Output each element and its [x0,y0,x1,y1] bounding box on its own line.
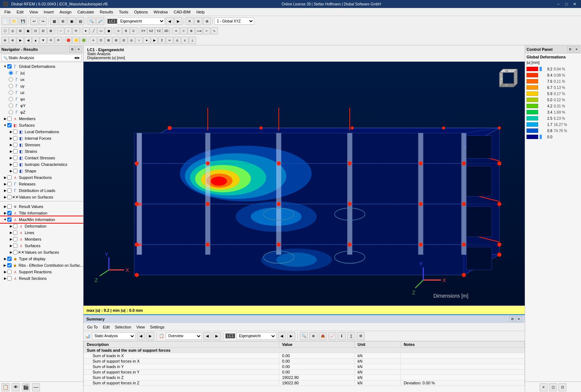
cp-footer-btn2[interactable]: ◫ [549,383,557,391]
tree-item-members[interactable]: ▶ ∧ Members [0,115,83,122]
tb3-8[interactable]: ⟳ [55,37,62,44]
toggle-surfaces-bottom[interactable]: ▶ [9,244,13,248]
tree-item-members-bottom[interactable]: ▶ ∧ Members [0,236,83,242]
toggle-values-surfaces[interactable]: ▶ [3,195,7,199]
lc-prev[interactable]: ◀ [166,17,174,25]
tb-undo[interactable]: ↩ [30,17,38,25]
tb2-m6[interactable]: ∿ [211,27,218,34]
tree-item-ribs[interactable]: ▶ ◆ Ribs - Effective Contribution on Sur… [0,262,83,269]
cp-settings-btn[interactable]: ⚙ [567,46,573,52]
tb2-9[interactable]: ↕ [65,27,72,34]
menu-window[interactable]: Window [151,8,171,16]
navigator-settings-btn[interactable]: ⚙ [69,46,75,52]
nav-footer-btn2[interactable]: 👁 [12,383,20,391]
summary-analysis-dropdown[interactable]: Static Analysis [92,332,135,340]
cb-title-info[interactable] [7,211,12,215]
search-nav-next[interactable]: ▶ [77,56,80,60]
tb-view4[interactable]: ▤ [76,17,84,25]
toggle-deformation[interactable]: ▶ [9,224,13,228]
summary-edit[interactable]: Edit [101,324,112,330]
tb3-18[interactable]: ○ [135,37,143,44]
tree-item-releases[interactable]: ▶ Γ Releases [0,181,83,187]
tb3-20[interactable]: ▶ [151,37,158,44]
tb2-m4[interactable]: ⟶ [195,27,203,34]
viewport-canvas[interactable]: X Y Z X Y Z [84,62,525,306]
menu-cadbim[interactable]: CAD-BIM [171,8,193,16]
cb-global-deformations[interactable] [7,64,12,69]
tb3-12[interactable]: ≡ [90,37,97,44]
tb2-3[interactable]: ⊞ [17,27,24,34]
tb3-13[interactable]: ⊡ [97,37,105,44]
tb3-14[interactable]: ⊠ [105,37,112,44]
summary-settings[interactable]: Settings [148,324,167,330]
tree-item-ux[interactable]: Γ ux [0,76,83,83]
toggle-surfaces[interactable]: ▼ [3,123,7,127]
menu-options[interactable]: Options [131,8,151,16]
cb-surfaces[interactable] [7,123,12,127]
tree-item-uy[interactable]: Γ uy [0,83,83,89]
menu-help[interactable]: Help [194,8,208,16]
cb-contact-stresses[interactable] [13,156,17,160]
tree-item-strains[interactable]: ▶ ◧ Strains [0,148,83,155]
summary-lc-prev[interactable]: ◀ [278,332,286,340]
toggle-dist-loads[interactable]: ▶ [3,189,7,192]
tb-open[interactable]: 📁 [10,17,18,25]
tree-item-global-deformations[interactable]: ▼ Γ Global Deformations [0,63,83,70]
cb-internal-forces[interactable] [13,136,17,140]
summary-settings-btn[interactable]: ⚙ [509,316,515,322]
cb-local-deformations[interactable] [13,130,17,134]
tb-zoom-out[interactable]: 🔎 [96,17,104,25]
tb3-22[interactable]: ∞ [166,37,173,44]
toggle-values-surfaces-bottom[interactable]: ▶ [9,250,13,254]
tb3-15[interactable]: ⊞ [113,37,120,44]
menu-edit[interactable]: Edit [14,8,27,16]
tb-zoom-in[interactable]: 🔍 [88,17,96,25]
tb-view1[interactable]: ▦ [50,17,58,25]
maximize-button[interactable]: □ [563,1,570,7]
tb-view2[interactable]: ⊞ [59,17,67,25]
cb-values-surfaces[interactable] [7,195,12,199]
tb3-23[interactable]: Δ [174,37,181,44]
tree-item-values-surfaces-bottom[interactable]: ▶ ✕✕ Values on Surfaces [0,249,83,256]
menu-tools[interactable]: Tools [116,8,131,16]
tree-item-surfaces[interactable]: ▼ ◧ Surfaces [0,122,83,128]
tree-item-shape[interactable]: ▶ ◧ Shape [0,168,83,174]
cb-maxmin-info[interactable] [7,217,12,222]
nav-footer-btn1[interactable]: 📋 [1,383,9,391]
tb2-2[interactable]: ◎ [9,27,16,34]
toggle-isotropic[interactable]: ▶ [9,163,13,166]
tb2-node[interactable]: ● [82,27,89,34]
toggle-type-display[interactable]: ▶ [3,257,7,261]
cb-shape[interactable] [13,169,17,173]
tree-item-support-reactions[interactable]: ▶ ∧ Support Reactions [0,174,83,181]
tb3-1[interactable]: ⊕ [1,37,9,44]
tb2-5[interactable]: ⊡ [32,27,39,34]
cb-lines[interactable] [13,230,17,235]
cb-result-sections[interactable] [7,276,12,281]
tree-item-internal-forces[interactable]: ▶ ◧ Internal Forces [0,135,83,142]
tb2-solid[interactable]: ◼ [105,27,112,34]
tree-item-deformation[interactable]: ▶ ∧ Deformation [0,223,83,229]
tb3-7[interactable]: ⟲ [47,37,54,44]
tree-item-surfaces-bottom[interactable]: ▶ ∧ Surfaces [0,242,83,249]
menu-insert[interactable]: Insert [41,8,57,16]
toggle-shape[interactable]: ▶ [9,169,13,173]
summary-view[interactable]: View [134,324,147,330]
menu-assign[interactable]: Assign [57,8,74,16]
toggle-members-bottom[interactable]: ▶ [9,237,13,241]
menu-results[interactable]: Results [97,8,116,16]
tree-item-uz[interactable]: Γ uz [0,89,83,96]
minimize-button[interactable]: − [555,1,562,7]
toggle-members[interactable]: ▶ [3,117,7,121]
summary-settings2[interactable]: ⚙ [357,332,365,340]
tree-item-phiz[interactable]: Γ φZ [0,109,83,115]
summary-goto[interactable]: Go To [85,324,100,330]
cb-members-bottom[interactable] [13,237,17,241]
cp-close-btn[interactable]: ✕ [574,46,580,52]
tree-item-title-info[interactable]: ▶ ∧ Title Information [0,210,83,216]
cb-ribs[interactable] [7,263,12,268]
tree-item-u[interactable]: Γ |u| [0,70,83,76]
tb2-1[interactable]: ⬡ [1,27,9,34]
tree-item-contact-stresses[interactable]: ▶ ◧ Contact Stresses [0,155,83,161]
cb-result-values[interactable] [7,204,12,209]
